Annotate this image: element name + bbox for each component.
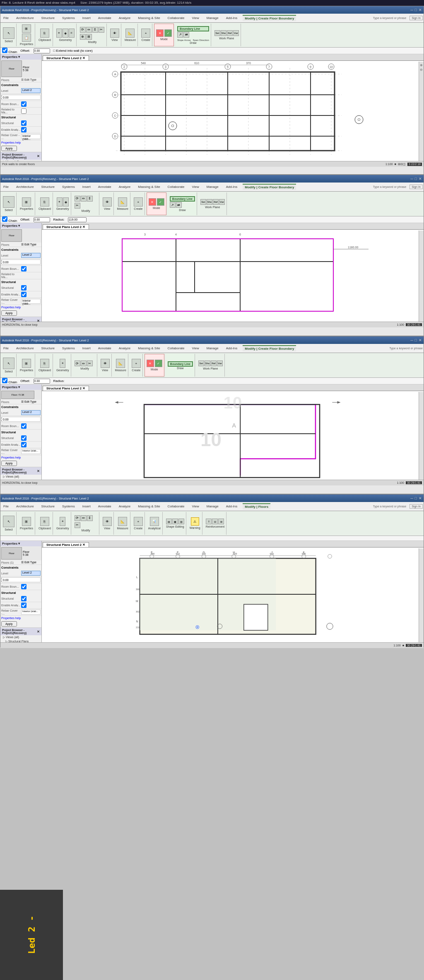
select-tool[interactable]: ↖: [3, 27, 14, 39]
show-tool[interactable]: Sho: [221, 30, 226, 36]
set-tool-2[interactable]: Set: [200, 199, 206, 205]
geometry-tool-2[interactable]: ◈: [63, 29, 68, 38]
structure-tab-4[interactable]: Structure: [39, 504, 57, 509]
height-offset-1[interactable]: [2, 95, 41, 100]
paste-tool[interactable]: 📋: [22, 34, 31, 42]
view-tab-level2-1[interactable]: Structural Plans Level 2 ✕: [43, 55, 89, 60]
set-tool-3[interactable]: Set: [198, 360, 204, 366]
properties-header-4[interactable]: Properties ▾: [0, 541, 41, 546]
collaborate-tab-3[interactable]: Collaborate: [166, 346, 187, 351]
mod-tool-4c[interactable]: ⇕: [87, 515, 93, 521]
mod-tool-4d[interactable]: ✂: [75, 522, 80, 528]
properties-help-2[interactable]: Properties help: [0, 305, 41, 310]
offset-input-2[interactable]: [34, 217, 50, 222]
massing-tab[interactable]: Massing & Site: [136, 15, 162, 21]
systems-tab-3[interactable]: Systems: [60, 346, 77, 351]
cancel-tool-2[interactable]: ✕: [149, 198, 156, 206]
modify-floor-tab-2[interactable]: Modify | Create Floor Boundary: [243, 184, 296, 190]
reinforcement-tool-4b[interactable]: ⊟: [212, 519, 218, 524]
reinforcement-tool-4a[interactable]: ≡: [206, 519, 212, 524]
file-tab-4[interactable]: File: [1, 504, 11, 509]
manage-tab[interactable]: Manage: [205, 15, 221, 21]
project-browser-header-4[interactable]: Project Browser - Project1(Recovery) ✕: [0, 628, 41, 635]
structural-plans-item-3[interactable]: ▷ Structural Plans: [0, 479, 41, 480]
annotate-tab-3[interactable]: Annotate: [96, 346, 113, 351]
properties-header-1[interactable]: Properties ▾: [0, 54, 41, 60]
mod-tool-2a[interactable]: ⟳: [75, 196, 80, 202]
addins-tab[interactable]: Add-Ins: [224, 15, 240, 21]
view-tab-level2-2[interactable]: Structural Plans Level 2 ✕: [43, 224, 89, 229]
view-tab-2[interactable]: View: [190, 184, 201, 190]
modify-tool-5[interactable]: ⊕: [80, 34, 86, 40]
properties-tool[interactable]: ⊞: [22, 24, 31, 33]
mod-tool-4b[interactable]: ⇔: [81, 515, 87, 521]
insert-tab[interactable]: Insert: [80, 15, 93, 21]
view-tab[interactable]: View: [190, 15, 201, 21]
edit-type-btn-2[interactable]: ☰ Edit Type: [21, 243, 36, 246]
height-offset-2[interactable]: [2, 259, 41, 264]
collaborate-tab[interactable]: Collaborate: [166, 15, 187, 21]
properties-tool-3[interactable]: ⊞: [22, 359, 31, 368]
structure-tab[interactable]: Structure: [39, 15, 57, 21]
geometry-tool-2a[interactable]: ⌖: [57, 197, 63, 207]
room-bounding-3[interactable]: [21, 423, 26, 429]
view-tool-3[interactable]: 👁: [101, 359, 110, 368]
radius-input-2[interactable]: [68, 217, 87, 222]
insert-tab-2[interactable]: Insert: [80, 184, 93, 190]
insert-tab-3[interactable]: Insert: [80, 346, 93, 351]
analyze-tab-2[interactable]: Analyze: [117, 184, 132, 190]
viewer-tool-3[interactable]: Vwr: [217, 360, 223, 366]
span-direction-btn-2[interactable]: ⇄: [176, 202, 182, 208]
level-value-2[interactable]: Level 2: [21, 253, 41, 258]
geometry-tool-3[interactable]: ⌗: [69, 29, 75, 38]
minimize-icon[interactable]: ─: [410, 8, 413, 12]
view-tool-2[interactable]: 👁: [103, 197, 112, 207]
mod-tool-3b[interactable]: ⇔: [81, 360, 87, 366]
view-resize-handle-1[interactable]: ⊕ ⊖: [419, 62, 424, 161]
annotate-tab-2[interactable]: Annotate: [96, 184, 113, 190]
measure-tool-2[interactable]: 📐: [118, 197, 127, 207]
create-tool-4[interactable]: +: [134, 517, 143, 526]
finish-tool-3[interactable]: ✓: [155, 360, 162, 367]
view-tab-4[interactable]: View: [190, 504, 201, 509]
minimize-icon-2[interactable]: ─: [410, 177, 413, 181]
span-direction-btn-1[interactable]: ⇄: [183, 32, 189, 38]
window-controls-1[interactable]: ─ □ ✕: [410, 8, 422, 12]
project-browser-header-1[interactable]: Project Browser - Project1(Recovery) ✕: [0, 152, 41, 160]
select-tool-4[interactable]: ↖: [3, 516, 14, 527]
view-tool[interactable]: 👁: [110, 29, 119, 38]
systems-tab-2[interactable]: Systems: [60, 184, 77, 190]
clipboard-tool-3[interactable]: ⎘: [40, 359, 49, 368]
architecture-tab[interactable]: Architecture: [14, 15, 36, 21]
mod-tool-3a[interactable]: ⟳: [75, 360, 80, 366]
room-bounding-1[interactable]: [21, 101, 26, 107]
related-to-mass-1[interactable]: [21, 108, 26, 114]
sign-in-btn-4[interactable]: Sign In: [410, 504, 423, 509]
offset-input-1[interactable]: [34, 48, 50, 53]
apply-button-2[interactable]: Apply: [1, 310, 17, 316]
cancel-tool[interactable]: ✕: [156, 29, 164, 37]
architecture-tab-2[interactable]: Architecture: [14, 184, 36, 190]
minimize-icon-3[interactable]: ─: [410, 338, 413, 342]
ref-tool-2[interactable]: Ref: [213, 199, 219, 205]
enable-analytical-1[interactable]: [21, 127, 26, 132]
enable-analytical-4[interactable]: [21, 603, 26, 608]
measure-tool-4[interactable]: 📐: [118, 517, 127, 526]
analyze-tab-3[interactable]: Analyze: [117, 346, 132, 351]
structural-cb-2[interactable]: [21, 285, 26, 291]
collaborate-tab-4[interactable]: Collaborate: [166, 504, 187, 509]
structural-cb-1[interactable]: [21, 120, 26, 126]
maximize-icon[interactable]: □: [415, 8, 417, 12]
geometry-tool-4a[interactable]: ⌖: [60, 517, 65, 526]
slope-arrow-btn-1[interactable]: ↗: [177, 32, 183, 38]
view-tool-4[interactable]: 👁: [103, 517, 112, 526]
geometry-tool-1[interactable]: ⌖: [56, 29, 62, 38]
height-offset-4[interactable]: [2, 577, 41, 582]
project-browser-header-3[interactable]: Project Browser - Project1(Recovery) ✕: [0, 467, 41, 475]
shape-edit-tool-4b[interactable]: ▦: [172, 519, 178, 524]
ref-tool-3[interactable]: Ref: [211, 360, 217, 366]
level-value-1[interactable]: Level 2: [21, 88, 41, 93]
apply-button-3[interactable]: Apply: [1, 461, 17, 466]
modify-tool-4[interactable]: ✂: [99, 27, 104, 33]
architecture-tab-3[interactable]: Architecture: [14, 346, 36, 351]
